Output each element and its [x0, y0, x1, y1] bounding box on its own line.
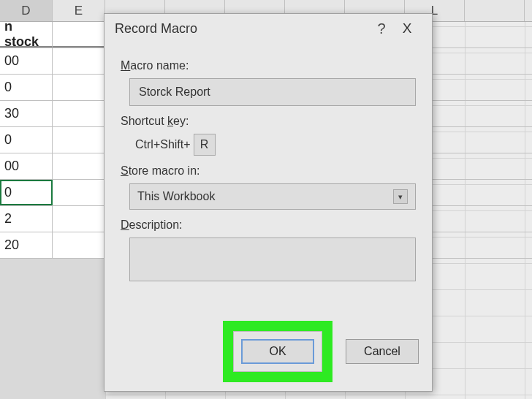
- data-cell[interactable]: [53, 153, 105, 179]
- shortcut-key-input[interactable]: [194, 134, 216, 156]
- help-button[interactable]: ?: [370, 20, 392, 37]
- column-header-e[interactable]: E: [53, 0, 105, 21]
- record-macro-dialog: Record Macro ? X Macro name: Shortcut ke…: [104, 13, 433, 392]
- data-cell[interactable]: 0: [0, 75, 53, 100]
- cancel-button[interactable]: Cancel: [346, 339, 419, 364]
- data-cell[interactable]: [53, 101, 105, 126]
- data-cell[interactable]: 30: [0, 101, 53, 126]
- data-cell[interactable]: [53, 75, 105, 100]
- store-macro-value: This Workbook: [137, 190, 215, 203]
- dialog-body: Macro name: Shortcut key: Ctrl+Shift+ St…: [104, 43, 432, 289]
- header-cell[interactable]: [53, 22, 105, 48]
- ok-button-highlight: OK: [223, 321, 332, 382]
- data-cell-selected[interactable]: 0: [0, 180, 53, 205]
- data-cell[interactable]: 0: [0, 127, 53, 153]
- shortcut-key-label: Shortcut key:: [121, 115, 416, 128]
- data-cell[interactable]: 00: [0, 153, 53, 179]
- ok-button[interactable]: OK: [241, 339, 314, 364]
- dialog-title: Record Macro: [115, 21, 370, 37]
- store-macro-select[interactable]: This Workbook ▾: [129, 183, 416, 210]
- data-cell[interactable]: [53, 127, 105, 153]
- data-cell[interactable]: [53, 180, 105, 205]
- data-cell[interactable]: 00: [0, 48, 53, 74]
- header-cell-stock[interactable]: n stock: [0, 22, 53, 48]
- data-cell[interactable]: [53, 206, 105, 232]
- data-cell[interactable]: [53, 48, 105, 74]
- data-cell[interactable]: 2: [0, 206, 53, 232]
- dialog-title-bar: Record Macro ? X: [104, 14, 432, 43]
- shortcut-key-row: Ctrl+Shift+: [135, 134, 416, 156]
- description-textarea[interactable]: [129, 238, 416, 281]
- dialog-button-row: OK Cancel: [223, 321, 419, 382]
- store-macro-label: Store macro in:: [121, 164, 416, 178]
- shortcut-prefix-text: Ctrl+Shift+: [135, 138, 191, 151]
- macro-name-input[interactable]: [129, 78, 416, 106]
- chevron-down-icon: ▾: [393, 189, 408, 204]
- data-cell[interactable]: 20: [0, 232, 53, 258]
- close-button[interactable]: X: [392, 20, 422, 37]
- data-cell[interactable]: [53, 232, 105, 258]
- description-label: Description:: [121, 218, 416, 232]
- column-header-blank[interactable]: [465, 0, 525, 21]
- macro-name-label: Macro name:: [121, 59, 416, 72]
